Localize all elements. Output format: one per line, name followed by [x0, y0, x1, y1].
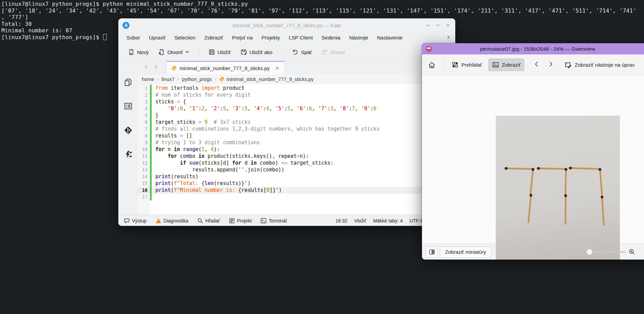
terminal-toggle[interactable]: Terminál	[260, 218, 287, 224]
breadcrumb-item[interactable]: linux7	[162, 77, 174, 82]
gwenview-window: permutacie07.jpg - 1536x2048 - 24% — Gwe…	[422, 43, 644, 260]
menu-item-selection[interactable]: Selection	[170, 32, 200, 44]
documents-panel-icon[interactable]	[124, 78, 133, 87]
kate-window-title: minimal_stick_number_777_9_sticks.py — K…	[118, 22, 455, 28]
terminal-line: ['07', '18', '24', '34', '42', '43', '45…	[1, 7, 636, 14]
image-icon	[492, 61, 499, 68]
breadcrumb-separator: ›	[215, 77, 216, 82]
breadcrumb-separator: ›	[157, 77, 158, 82]
external-tools-panel-icon[interactable]	[124, 150, 133, 159]
tab-back-icon[interactable]	[144, 65, 149, 71]
open-dropdown-chevron-icon	[185, 51, 189, 53]
kate-app-icon	[122, 22, 130, 29]
gwenview-toolbar: Prehlidať Zobraziť Zobraziť nástroje na …	[422, 54, 644, 76]
matchstick	[528, 194, 532, 223]
cursor-position[interactable]: 16:32	[336, 218, 348, 224]
redo-button[interactable]: Znovu	[321, 49, 345, 55]
save-as-button[interactable]: Uložiť ako	[240, 49, 272, 55]
speech-bubble-icon	[124, 218, 130, 224]
close-button[interactable]	[445, 23, 451, 28]
git-panel-icon[interactable]	[123, 126, 133, 135]
edit-image-icon	[564, 61, 572, 69]
search-toggle[interactable]: Hľadať	[197, 218, 220, 224]
tab-label: minimal_stick_number_777_9_sticks.py	[180, 65, 270, 71]
code-line: 6target_sticks = 9 # 3x7 sticks	[138, 119, 455, 126]
line-number: 15	[138, 180, 150, 187]
encoding[interactable]: UTF-8	[409, 218, 423, 224]
tab-mode[interactable]: Mäkké taby: 4	[373, 218, 403, 224]
tab-forward-icon[interactable]	[153, 65, 158, 71]
menu-item-s-bor[interactable]: Súbor	[122, 32, 145, 44]
grid-icon	[452, 61, 459, 68]
gwenview-image-area	[422, 76, 644, 244]
code-line: 7# finds all combinations 1,2,3-digit nu…	[138, 126, 455, 132]
matchstick	[569, 167, 599, 169]
browse-button[interactable]: Prehlidať	[448, 59, 486, 71]
code-line: 8results = []	[138, 132, 455, 139]
line-number: 2	[138, 92, 150, 98]
menu-item-projekty[interactable]: Projekty	[257, 32, 284, 44]
undo-icon	[292, 49, 299, 55]
diagnostics-toggle[interactable]: Diagnostika	[155, 218, 188, 224]
open-file-button[interactable]: Otvoriť	[158, 49, 189, 55]
menu-item-zobrazi-[interactable]: Zobraziť	[200, 32, 228, 44]
kate-menubar-items: SúborUpraviťSelectionZobraziťPrejsť naPr…	[122, 32, 407, 44]
menu-item-upravi-[interactable]: Upraviť	[145, 32, 170, 44]
kate-statusbar: Výstup Diagnostika Hľadať Projekt Termin…	[118, 215, 455, 226]
edit-tools-button[interactable]: Zobraziť nástroje na úprav	[561, 59, 638, 71]
line-number: 17	[138, 194, 150, 200]
previous-image-icon[interactable]	[534, 61, 540, 68]
line-number: 4	[138, 105, 150, 112]
zoom-in-icon[interactable]	[628, 248, 635, 255]
terminal-cursor	[103, 34, 107, 40]
line-number: 16	[138, 187, 150, 194]
maximize-button[interactable]	[436, 23, 441, 28]
insert-mode[interactable]: Vložiť	[354, 218, 367, 224]
kate-window: minimal_stick_number_777_9_sticks.py — K…	[118, 18, 455, 226]
menu-item-sedenia[interactable]: Sedenia	[317, 32, 345, 44]
editor-lines: 1from itertools import product2# num of …	[138, 85, 455, 200]
python-icon	[219, 77, 225, 82]
menu-item-lsp-client[interactable]: LSP Client	[284, 32, 317, 44]
kate-side-rail	[118, 61, 138, 215]
zoom-slider-handle[interactable]	[586, 249, 593, 255]
menu-overflow-chevron-icon[interactable]	[446, 35, 451, 41]
code-editor[interactable]: 1from itertools import product2# num of …	[138, 84, 455, 215]
tab-close-icon[interactable]: ✕	[275, 65, 279, 71]
gwenview-titlebar[interactable]: permutacie07.jpg - 1536x2048 - 24% — Gwe…	[422, 43, 644, 54]
redo-icon	[321, 49, 328, 55]
project-toggle[interactable]: Projekt	[229, 218, 252, 224]
code-line: 4 '0':6, '1':2, '2':5, '3':5, '4':4, '5'…	[138, 105, 455, 112]
breadcrumb-item[interactable]: home	[142, 77, 154, 82]
minimize-button[interactable]	[426, 23, 431, 28]
line-number: 3	[138, 98, 150, 105]
show-thumbnails-button[interactable]: Zobraziť miniatúry	[440, 246, 491, 258]
sidebar-toggle-button[interactable]	[426, 246, 438, 258]
new-file-button[interactable]: Nový	[128, 49, 149, 55]
code-line: 17	[138, 194, 455, 200]
undo-button[interactable]: Späť	[292, 49, 312, 55]
python-icon	[171, 66, 177, 71]
code-line: 14print(results)	[138, 173, 455, 180]
warning-icon	[155, 218, 162, 224]
tab-minimal-stick-number[interactable]: minimal_stick_number_777_9_sticks.py ✕	[166, 61, 285, 75]
outline-panel-icon[interactable]	[124, 102, 133, 111]
output-toggle[interactable]: Výstup	[124, 218, 147, 224]
save-button[interactable]: Uložiť	[208, 49, 231, 55]
save-as-icon	[240, 49, 247, 55]
view-button[interactable]: Zobraziť	[488, 59, 525, 71]
menu-item-n-stroje[interactable]: Nástroje	[345, 32, 373, 44]
matchstick	[505, 167, 533, 169]
breadcrumb-item[interactable]: minimal_stick_number_777_9_sticks.py	[219, 77, 313, 82]
line-number: 8	[138, 132, 150, 139]
menu-item-prejs-na[interactable]: Prejsť na	[227, 32, 257, 44]
home-button[interactable]	[425, 59, 439, 71]
kate-titlebar[interactable]: minimal_stick_number_777_9_sticks.py — K…	[118, 18, 455, 32]
code-line: 13 results.append(''.join(combo))	[138, 166, 455, 173]
menu-item-nastavenie[interactable]: Nastavenie	[373, 32, 407, 44]
breadcrumb-item[interactable]: python_progs	[182, 77, 212, 82]
zoom-slider[interactable]	[585, 251, 626, 253]
line-number: 9	[138, 139, 150, 146]
gwenview-window-title: permutacie07.jpg - 1536x2048 - 24% — Gwe…	[422, 46, 644, 52]
next-image-icon[interactable]	[548, 61, 554, 68]
